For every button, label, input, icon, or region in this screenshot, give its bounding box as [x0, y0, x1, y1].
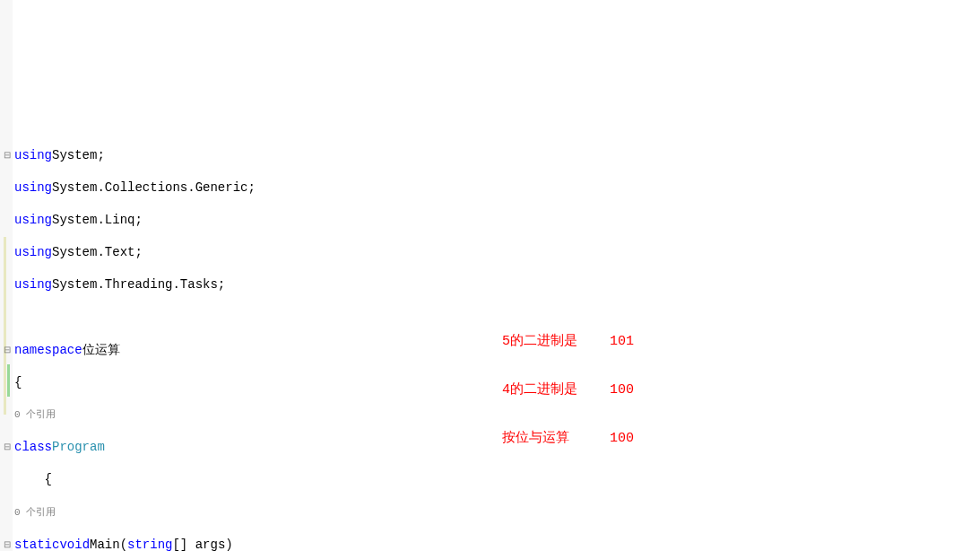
namespace-name: System.Collections.Generic [52, 179, 247, 196]
code-line: ⊟namespace 位运算 [14, 342, 980, 358]
fold-icon[interactable]: ⊟ [2, 150, 13, 161]
keyword: namespace [14, 342, 82, 358]
code-line: using System.Collections.Generic; [14, 179, 980, 196]
code-line: ⊟ static void Main(string[] args) [14, 537, 980, 551]
code-text: [] args) [172, 537, 232, 551]
keyword: void [59, 537, 90, 551]
keyword: using [14, 147, 52, 163]
codelens-line: 0 个引用 [14, 504, 980, 520]
annotation-text: 按位与运算 [502, 431, 610, 447]
fold-icon[interactable]: ⊟ [2, 539, 13, 550]
annotation-overlay: 5的二进制是101 4的二进制是100 按位与运算100 [502, 302, 663, 463]
keyword: using [14, 244, 52, 260]
annotation-value: 100 [610, 431, 663, 447]
code-line: using System.Text; [14, 244, 980, 260]
code-line: using System.Threading.Tasks; [14, 276, 980, 293]
reference-count[interactable]: 0 个引用 [14, 408, 56, 421]
method-name: Main [90, 537, 120, 551]
code-line: ⊟using System; [14, 147, 980, 163]
annotation-text: 5的二进制是 [502, 334, 610, 350]
code-line: using System.Linq; [14, 212, 980, 228]
keyword: using [14, 276, 52, 293]
fold-icon[interactable]: ⊟ [2, 345, 13, 355]
annotation-text: 4的二进制是 [502, 382, 610, 398]
code-editor[interactable]: ⊟using System; using System.Collections.… [0, 131, 980, 552]
keyword: using [14, 179, 52, 196]
brace: { [14, 471, 52, 487]
type-name: Program [52, 439, 105, 455]
code-line: { [14, 472, 980, 488]
keyword: string [127, 537, 172, 551]
namespace-name: System.Text [52, 244, 134, 260]
namespace-name: System.Linq [52, 212, 134, 228]
fold-icon[interactable]: ⊟ [2, 442, 13, 452]
keyword: static [14, 537, 59, 551]
annotation-value: 100 [610, 382, 663, 398]
annotation-value: 101 [610, 334, 663, 350]
blank-line [14, 310, 980, 326]
namespace-name: 位运算 [82, 342, 120, 358]
brace: { [14, 374, 22, 390]
code-line: { [14, 374, 980, 390]
codelens-line: 0 个引用 [14, 407, 980, 423]
keyword: using [14, 212, 52, 228]
keyword: class [14, 439, 52, 455]
code-line: ⊟ class Program [14, 439, 980, 455]
reference-count[interactable]: 0 个引用 [14, 506, 56, 519]
namespace-name: System [52, 147, 97, 163]
namespace-name: System.Threading.Tasks [52, 276, 218, 293]
